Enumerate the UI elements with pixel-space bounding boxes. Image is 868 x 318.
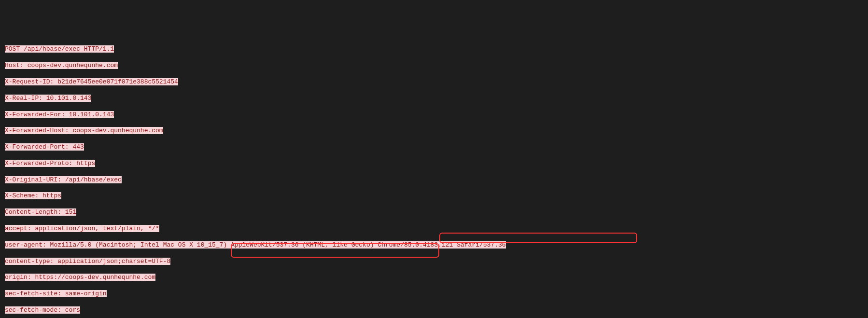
request-header-secfetchsite: sec-fetch-site: same-origin: [5, 290, 107, 297]
request-header-accept: accept: application/json, text/plain, */…: [5, 225, 159, 232]
request-header-xoriginaluri: X-Original-URI: /api/hbase/exec: [5, 176, 122, 183]
request-header-xforwardedproto: X-Forwarded-Proto: https: [5, 160, 95, 167]
request-header-xrequestid: X-Request-ID: b21de7645ee0e071f071e388c5…: [5, 78, 178, 85]
request-line: POST /api/hbase/exec HTTP/1.1: [5, 45, 114, 53]
request-header-xscheme: X-Scheme: https: [5, 192, 61, 199]
request-header-contenttype: content-type: application/json;charset=U…: [5, 258, 170, 265]
request-header-contentlength: Content-Length: 151: [5, 208, 76, 216]
request-header-origin: origin: https://coops-dev.qunhequnhe.com: [5, 274, 155, 281]
request-header-xforwardedport: X-Forwarded-Port: 443: [5, 143, 84, 151]
request-header-xrealip: X-Real-IP: 10.101.0.143: [5, 95, 91, 102]
request-header-secfetchmode: sec-fetch-mode: cors: [5, 306, 80, 314]
request-header-xforwardedfor: X-Forwarded-For: 10.101.0.143: [5, 111, 114, 118]
request-header-useragent: user-agent: Mozilla/5.0 (Macintosh; Inte…: [5, 241, 506, 249]
request-header-xforwardedhost: X-Forwarded-Host: coops-dev.qunhequnhe.c…: [5, 127, 163, 134]
request-header-host: Host: coops-dev.qunhequnhe.com: [5, 62, 118, 69]
http-trace-container: POST /api/hbase/exec HTTP/1.1 Host: coop…: [5, 38, 863, 318]
